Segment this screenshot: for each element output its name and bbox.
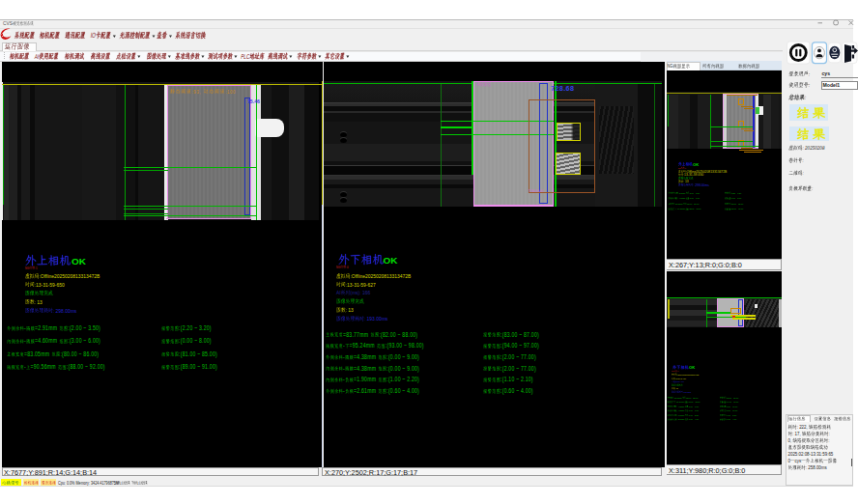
svg-text::13-31-59-650: :13-31-59-650: [683, 173, 703, 177]
svg-text::: :: [802, 158, 804, 163]
svg-text::1: :1: [35, 266, 38, 269]
svg-text::0: :0: [346, 265, 349, 268]
svg-text:-: -: [24, 324, 26, 331]
svg-text:AI: AI: [477, 82, 480, 88]
svg-text:cys: cys: [822, 70, 831, 76]
svg-text::(82.00 ~ 88.00): :(82.00 ~ 88.00): [685, 396, 698, 398]
svg-text::93,: :93,: [192, 89, 202, 94]
svg-text::: :: [802, 171, 804, 176]
svg-text:(ms): 166: (ms): 166: [350, 289, 370, 295]
svg-text::: :: [808, 70, 810, 76]
svg-text::(83.00 ~ 87.00): :(83.00 ~ 87.00): [726, 396, 738, 398]
svg-text::13-31-59-650: :13-31-59-650: [35, 281, 65, 288]
svg-text::: :: [828, 432, 829, 436]
svg-text::(2.00 ~ 77.00): :(2.00 ~ 77.00): [500, 353, 536, 360]
svg-text:PLC: PLC: [241, 53, 251, 60]
svg-text::: :: [812, 186, 814, 191]
svg-text:-: -: [673, 413, 674, 415]
svg-text:=4.60mm: =4.60mm: [35, 338, 57, 345]
svg-text:-: -: [674, 208, 675, 210]
svg-text:X:270;Y:2502;R:17;G:17;B:17: X:270;Y:2502;R:17;G:17;B:17: [325, 468, 417, 477]
svg-text::(93.00 ~ 98.00): :(93.00 ~ 98.00): [386, 343, 424, 350]
svg-text::13-31-59-627: :13-31-59-627: [675, 378, 686, 379]
svg-text::: :: [804, 95, 807, 100]
svg-text:X:7677;Y:891;R:14;G:14;B:14: X:7677;Y:891;R:14;G:14;B:14: [4, 468, 97, 477]
svg-text::(89.00 ~ 91.00): :(89.00 ~ 91.00): [730, 208, 743, 210]
svg-text::(2.00 ~ 3.50): :(2.00 ~ 3.50): [689, 191, 700, 193]
svg-text:75.46: 75.46: [247, 98, 260, 104]
svg-text:Cpu: 0.0% Memory: 3424.4179687: Cpu: 0.0% Memory: 3424.41796875M: [58, 480, 119, 486]
svg-text::(80.00 ~ 86.00): :(80.00 ~ 86.00): [686, 202, 699, 204]
svg-text:AI: AI: [336, 289, 341, 295]
svg-text::: :: [828, 438, 829, 443]
svg-text:=1.90mm: =1.90mm: [354, 377, 376, 383]
svg-text:-: -: [24, 338, 26, 345]
svg-text:TL N=0.0 S=0.0: TL N=0.0 S=0.0: [529, 190, 544, 193]
svg-text:=83.77mm: =83.77mm: [343, 331, 368, 338]
svg-text:: 13: : 13: [675, 387, 679, 389]
svg-text:=2.61mm: =2.61mm: [354, 387, 376, 394]
svg-text::13-31-59-627: :13-31-59-627: [346, 281, 376, 288]
svg-text:=4.38mm: =4.38mm: [677, 405, 685, 406]
svg-text::(88.00 ~ 92.00): :(88.00 ~ 92.00): [67, 364, 105, 371]
svg-text::(0.60 ~ 4.00): :(0.60 ~ 4.00): [726, 418, 736, 420]
svg-text:-: -: [343, 365, 345, 372]
svg-text:=2.91mm: =2.91mm: [35, 324, 57, 331]
svg-text:=2.61mm: =2.61mm: [677, 418, 685, 420]
svg-text:: 20250208: : 20250208: [802, 145, 825, 151]
svg-text::(0.00 ~ 8.00): :(0.00 ~ 8.00): [730, 197, 741, 199]
svg-text:OK: OK: [693, 162, 699, 167]
svg-text::(81.00 ~ 85.00): :(81.00 ~ 85.00): [730, 202, 743, 204]
svg-text:: 298.00ms: : 298.00ms: [693, 182, 709, 186]
svg-text:=83.05mm: =83.05mm: [674, 202, 683, 204]
svg-text::(94.00 ~ 97.00): :(94.00 ~ 97.00): [726, 401, 738, 403]
svg-text:: 13: : 13: [346, 306, 354, 313]
svg-text:: 258.00ms: : 258.00ms: [806, 465, 827, 470]
svg-text:1: 1: [121, 481, 122, 486]
svg-text::(80.00 ~ 86.00): :(80.00 ~ 86.00): [60, 350, 99, 357]
svg-text:=83.77mm: =83.77mm: [673, 396, 682, 398]
svg-text:: 193.00ms: : 193.00ms: [364, 315, 388, 322]
svg-text:=90.56mm: =90.56mm: [676, 208, 685, 210]
svg-text:=4.38mm: =4.38mm: [354, 353, 376, 360]
svg-text:-: -: [673, 409, 674, 411]
svg-text:=1.90mm: =1.90mm: [677, 413, 685, 415]
svg-text::(0.60 ~ 4.00): :(0.60 ~ 4.00): [688, 418, 699, 420]
svg-text:=4.38mm: =4.38mm: [354, 365, 376, 372]
svg-text:-: -: [343, 387, 345, 394]
svg-text:=4.38mm: =4.38mm: [677, 409, 685, 411]
svg-text:NG: NG: [678, 166, 681, 168]
svg-text::(83.00 ~ 87.00): :(83.00 ~ 87.00): [500, 331, 539, 338]
svg-text::(1.00 ~ 2.20): :(1.00 ~ 2.20): [386, 377, 419, 383]
svg-text:1: 1: [138, 481, 139, 486]
svg-text:-: -: [24, 364, 26, 371]
svg-text:-: -: [673, 405, 674, 406]
svg-text:-: -: [343, 343, 345, 350]
svg-text:AI: AI: [34, 53, 40, 60]
svg-text::(88.00 ~ 92.00): :(88.00 ~ 92.00): [689, 208, 701, 210]
svg-text:-: -: [673, 401, 674, 403]
svg-text:(ms): 166: (ms): 166: [677, 380, 685, 382]
svg-text:: 193.00ms: : 193.00ms: [683, 390, 692, 392]
svg-text:NG: NG: [672, 370, 674, 372]
svg-text:-: -: [674, 197, 675, 199]
svg-text:: 222,: : 222,: [797, 425, 808, 430]
svg-text:CVS-: CVS-: [3, 21, 14, 26]
svg-text::(93.00 ~ 98.00): :(93.00 ~ 98.00): [688, 401, 701, 403]
svg-text::(2.20 ~ 3.20): :(2.20 ~ 3.20): [179, 324, 212, 331]
svg-text::Offline2025020813313472B: :Offline2025020813313472B: [677, 373, 700, 375]
svg-text:Model1: Model1: [823, 82, 841, 88]
svg-text::(2.00 ~ 77.00): :(2.00 ~ 77.00): [500, 365, 536, 372]
svg-text:-: -: [673, 418, 674, 420]
svg-text:OK: OK: [384, 255, 399, 266]
svg-text:=4.60mm: =4.60mm: [678, 197, 686, 199]
svg-text:=2.91mm: =2.91mm: [678, 191, 686, 193]
svg-text::0: :0: [677, 370, 678, 372]
svg-text:2025:02:08-13:31:59:65: 2025:02:08-13:31:59:65: [788, 452, 834, 457]
svg-text::(0.00 ~ 9.00): :(0.00 ~ 9.00): [386, 353, 419, 360]
svg-text:X:311;Y:980;R:0;G:0;B:0: X:311;Y:980;R:0;G:0;B:0: [669, 466, 745, 475]
svg-text::(94.00 ~ 97.00): :(94.00 ~ 97.00): [500, 343, 539, 350]
svg-text::(0.00 ~ 8.00): :(0.00 ~ 8.00): [179, 338, 212, 345]
svg-text:: 13: : 13: [35, 298, 43, 305]
svg-text:=90.56mm: =90.56mm: [31, 364, 56, 371]
